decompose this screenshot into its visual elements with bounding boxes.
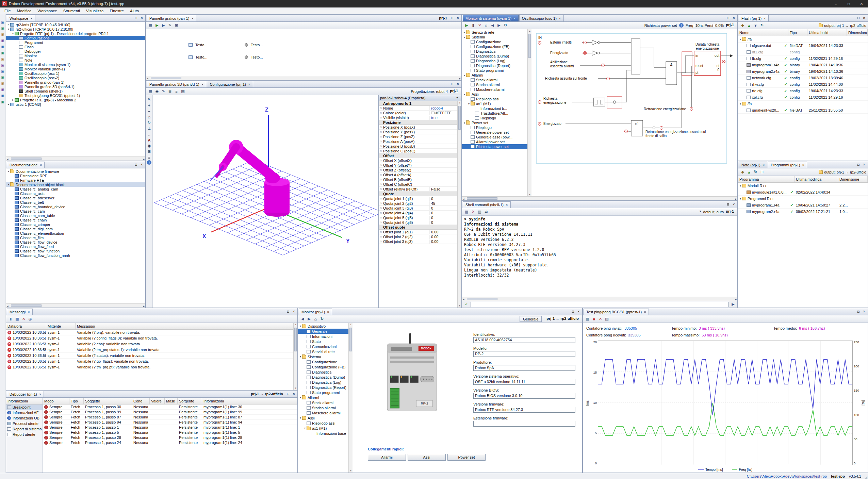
tree-item[interactable]: Maschere allarmi [298, 410, 348, 415]
prop-row[interactable]: Posizione A (posA) [379, 139, 457, 144]
prop-row[interactable]: Quota joint 3 (qj3) 0 [379, 206, 457, 211]
prop-row[interactable]: Posizione X (posX) [379, 125, 457, 130]
upload-icon[interactable] [746, 169, 752, 175]
tab-close-icon[interactable] [248, 83, 250, 86]
horizontal-scrollbar[interactable] [146, 76, 461, 80]
tree-item[interactable]: Diagnostica (Dump) [462, 54, 527, 59]
tree-item[interactable]: Classe rc_crimper [6, 222, 145, 227]
tree-item[interactable]: Classe rc_analog_cam [6, 187, 145, 191]
expander-icon[interactable] [463, 93, 466, 96]
table-row[interactable]: myprogram2.r4a 09/02/2022 17:21:21 1.0..… [738, 209, 868, 215]
grid-icon[interactable] [167, 88, 173, 94]
table-row[interactable]: myprogram1.r4a binary 19/04/2021 14:10:3… [738, 62, 868, 68]
tree-item[interactable]: Informazioni [298, 334, 348, 339]
pin-icon[interactable] [856, 15, 861, 20]
axes-icon[interactable] [146, 126, 152, 131]
tab-flash[interactable]: Flash (prj-1) [739, 15, 769, 21]
menu-item[interactable]: Modifica [14, 7, 35, 14]
tab-monitor[interactable]: Monitor (prj-1) [299, 309, 332, 315]
table-row[interactable]: Sempre Fetch Processo 1, passo 87 Nessun… [43, 415, 297, 420]
tree-item[interactable]: Progetto RTE (prj-3) - Macchina 2 [6, 98, 145, 102]
tree-item[interactable]: Classe rc_axis [6, 191, 145, 196]
panel-widget[interactable]: Testo... [245, 51, 301, 63]
messages-icon[interactable] [0, 38, 5, 43]
tab-close-icon[interactable] [30, 17, 33, 20]
refresh-icon[interactable] [319, 316, 325, 322]
clear-icon[interactable] [597, 316, 603, 322]
save-icon[interactable] [585, 316, 590, 322]
table-row[interactable]: Sempre Fetch Processo 1, passo 94 Nessun… [43, 420, 297, 425]
tab-close-icon[interactable] [644, 311, 646, 314]
table-row[interactable]: Moduli R++ [738, 183, 868, 189]
current-page-chip[interactable]: Generale [520, 316, 542, 322]
tree-item[interactable]: Stato [298, 339, 348, 344]
tree-item[interactable]: Servizi di rete [298, 349, 348, 354]
tab-close-icon[interactable] [191, 17, 194, 20]
tree-item[interactable]: Estensione RPE [6, 174, 145, 178]
menu-item[interactable]: Workspace [34, 7, 60, 14]
tree-item[interactable]: Classe rc_digi_cam [6, 227, 145, 231]
tab-note[interactable]: Note (prj-1) [739, 162, 767, 168]
tree-item[interactable]: Stack allarmi [462, 78, 527, 82]
clear-icon[interactable] [477, 22, 482, 28]
tab-close-icon[interactable] [559, 17, 561, 20]
tree-item[interactable]: usbc-1 [COM3] [6, 102, 145, 106]
table-row[interactable]: myprogram1.r4a 19/04/2021 14:50:27 2.2..… [738, 202, 868, 209]
measure-icon[interactable] [146, 131, 152, 137]
tree-item[interactable]: Trasduttore/Att... [462, 111, 527, 116]
prop-row[interactable]: Quota joint 5 (qj5) 0 [379, 215, 457, 220]
zoom-in-icon[interactable] [146, 102, 152, 108]
run-icon[interactable] [464, 22, 470, 28]
oscilloscope-icon[interactable] [0, 63, 5, 67]
tree-item[interactable]: Stack allarmi [298, 400, 348, 405]
tree-item[interactable]: Progetto RTE (prj-1) - Descrizione del p… [6, 31, 145, 36]
dock-close-icon[interactable] [731, 202, 736, 207]
edit-icon[interactable] [161, 88, 166, 94]
tab-shell[interactable]: Shell comandi (shell-1) [463, 201, 511, 208]
run-icon[interactable] [154, 22, 160, 28]
forward-icon[interactable] [306, 316, 312, 322]
tree-item[interactable]: rp2-loris [TCP/IP 10.0.45.3:8100] [6, 22, 145, 27]
prop-row[interactable]: Offset B (offsetB) [379, 177, 457, 182]
tab-oscilloscopio[interactable]: Oscilloscopio (osc-1) [519, 15, 564, 21]
connect-icon[interactable] [0, 20, 5, 24]
field-value[interactable]: Robox RTE versione 34.27.3 [473, 407, 575, 413]
tree-item[interactable]: Generale power set [462, 130, 527, 135]
rotate-icon[interactable] [146, 120, 152, 126]
refresh-icon[interactable] [753, 169, 758, 175]
tree-item[interactable]: Oscilloscopio (osc-2) [6, 76, 145, 80]
pin-icon[interactable] [856, 162, 861, 167]
tree-item[interactable]: Debugger [6, 49, 145, 53]
table-row[interactable]: Sempre Fetch Processo 1, passo 24 Nessun… [43, 440, 297, 445]
pin-icon[interactable] [449, 81, 455, 86]
tree-item[interactable]: Monitor di sistema (sysm-1) [6, 62, 145, 67]
table-row[interactable]: myprogram2.r4a binary 19/04/2021 14:10:3… [738, 68, 868, 75]
expander-icon[interactable] [739, 197, 742, 200]
prop-row[interactable]: Quota joint 1 (qj1) 0 [379, 196, 457, 201]
tree-item[interactable]: Oscilloscopio (osc-1) [6, 71, 145, 76]
tab-messaggi[interactable]: Messaggi [7, 309, 33, 315]
horizontal-scrollbar[interactable] [462, 297, 737, 301]
tree-item[interactable]: Configurazione [298, 359, 348, 364]
tab-close-icon[interactable] [201, 83, 204, 86]
tree-item[interactable]: Power set [462, 120, 527, 125]
expander-icon[interactable] [11, 32, 15, 35]
tab-pan3d[interactable]: Pannello grafico 3D (pan3d-1) [147, 81, 206, 87]
tree-item[interactable]: Stato programmi [298, 390, 348, 395]
clear-icon[interactable] [21, 316, 27, 322]
pin-icon[interactable] [133, 162, 138, 167]
grid-icon[interactable] [146, 149, 152, 154]
tree-item[interactable]: Generale [298, 329, 348, 334]
dock-close-icon[interactable] [455, 81, 460, 86]
expander-icon[interactable] [11, 98, 15, 101]
tab-pan1[interactable]: Pannello grafico (pan-1) [147, 15, 196, 21]
tree-item[interactable]: Assi [462, 92, 527, 97]
tab-close-icon[interactable] [802, 164, 805, 167]
field-value[interactable] [473, 421, 575, 427]
expander-icon[interactable] [463, 121, 466, 125]
field-value[interactable]: OSF a 32bit versione 14.11.11 [473, 379, 575, 385]
vertical-scrollbar[interactable] [527, 29, 531, 196]
tree-item[interactable]: Diagnostica (Dump) [298, 375, 348, 380]
dock-close-icon[interactable] [139, 15, 144, 20]
prop-row[interactable]: Quote [379, 192, 457, 196]
